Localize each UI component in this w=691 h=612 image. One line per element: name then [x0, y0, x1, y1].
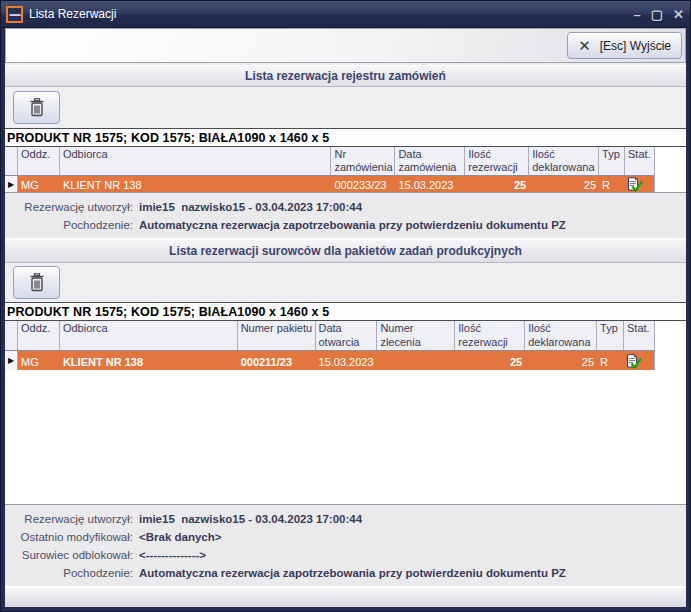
document-check-icon — [627, 177, 643, 192]
col-selector — [5, 147, 18, 175]
col-numer-zlecenia[interactable]: Numer zlecenia — [377, 321, 455, 350]
table-row[interactable]: ▶ MG KLIENT NR 138 000233/23 15.03.2023 … — [5, 176, 655, 192]
col-ilosc-rezerwacji[interactable]: Ilość rezerwacji — [465, 147, 529, 175]
window-content: ✕ [Esc] Wyjście Lista rezerwacja rejestr… — [5, 28, 686, 607]
title-bar: ▬▬ Lista Rezerwacji – ▢ ✕ — [1, 1, 690, 28]
col-ilosc-deklarowana[interactable]: Ilość deklarowana — [529, 147, 599, 175]
created-by-label: Rezerwację utworzył: — [5, 198, 133, 216]
col-odbiorca[interactable]: Odbiorca — [60, 321, 238, 350]
col-ilosc-rezerwacji[interactable]: Ilość rezerwacji — [455, 321, 525, 350]
section1-toolbar — [5, 87, 686, 128]
col-oddz[interactable]: Oddz. — [18, 147, 60, 175]
row-selector-arrow-icon: ▶ — [8, 180, 14, 189]
origin-label: Pochodzenie: — [5, 216, 133, 234]
cell-oddz: MG — [18, 351, 60, 370]
section1-product-header: PRODUKT NR 1575; KOD 1575; BIAŁA1090 x 1… — [5, 128, 686, 147]
col-data-zamowienia[interactable]: Data zamówienia — [395, 147, 465, 175]
cell-odbiorca: KLIENT NR 138 — [60, 351, 238, 370]
modified-by-value: <Brak danych> — [139, 528, 221, 546]
row-selector: ▶ — [5, 351, 18, 370]
row-selector-arrow-icon: ▶ — [8, 356, 14, 365]
col-selector — [5, 321, 18, 350]
section1-header: Lista rezerwacja rejestru zamówień — [5, 65, 686, 87]
section2-grid: Oddz. Odbiorca Numer pakietu Data otwarc… — [5, 321, 686, 504]
col-data-otwarcia[interactable]: Data otwarcia — [316, 321, 378, 350]
cell-typ: R — [599, 176, 625, 192]
section1-grid-header: Oddz. Odbiorca Nr zamówienia Data zamówi… — [5, 147, 655, 176]
grid-empty-area — [5, 370, 686, 504]
col-stat[interactable]: Stat. — [625, 147, 654, 175]
section2-delete-button[interactable] — [13, 266, 60, 299]
col-oddz[interactable]: Oddz. — [18, 321, 60, 350]
created-by-label: Rezerwację utworzył: — [5, 510, 133, 528]
section2-header: Lista rezerwacji surowców dla pakietów z… — [5, 239, 686, 263]
trash-icon — [29, 98, 45, 117]
col-numer-pakietu[interactable]: Numer pakietu — [238, 321, 316, 350]
cell-oddz: MG — [18, 176, 60, 192]
row-selector: ▶ — [5, 176, 18, 192]
cell-numer-pakietu: 000211/23 — [238, 351, 316, 370]
col-stat[interactable]: Stat. — [624, 321, 654, 350]
col-typ[interactable]: Typ — [597, 321, 624, 350]
window: ▬▬ Lista Rezerwacji – ▢ ✕ ✕ [Esc] Wyjści… — [0, 0, 691, 612]
section2-toolbar — [5, 263, 686, 302]
minimize-button[interactable]: – — [634, 8, 641, 21]
maximize-button[interactable]: ▢ — [651, 8, 663, 21]
cell-stat — [624, 351, 654, 370]
section2-product-header: PRODUKT NR 1575; KOD 1575; BIAŁA1090 x 1… — [5, 302, 686, 321]
close-icon: ✕ — [578, 37, 591, 55]
cell-stat — [625, 176, 654, 192]
origin-value: Automatyczna rezerwacja zapotrzebowania … — [139, 216, 566, 234]
cell-ilosc-deklarowana: 25 — [525, 351, 597, 370]
unlocked-by-value: <--------------> — [139, 546, 206, 564]
cell-ilosc-rezerwacji: 25 — [455, 351, 525, 370]
cell-odbiorca: KLIENT NR 138 — [60, 176, 332, 192]
exit-button-label: [Esc] Wyjście — [600, 39, 671, 53]
created-by-value: imie15 nazwisko15 - 03.04.2023 17:00:44 — [139, 510, 362, 528]
close-button[interactable]: ✕ — [673, 8, 684, 21]
toolbar: ✕ [Esc] Wyjście — [5, 28, 686, 63]
table-row[interactable]: ▶ MG KLIENT NR 138 000211/23 15.03.2023 … — [5, 351, 655, 370]
unlocked-by-label: Surowiec odblokował: — [5, 546, 133, 564]
origin-label: Pochodzenie: — [5, 564, 133, 582]
origin-value: Automatyczna rezerwacja zapotrzebowania … — [139, 564, 566, 582]
cell-nr-zamowienia: 000233/23 — [331, 176, 395, 192]
section1-delete-button[interactable] — [13, 91, 60, 124]
bottom-strip — [5, 587, 686, 607]
created-by-value: imie15 nazwisko15 - 03.04.2023 17:00:44 — [139, 198, 362, 216]
col-ilosc-deklarowana[interactable]: Ilość deklarowana — [525, 321, 597, 350]
cell-data-otwarcia: 15.03.2023 — [316, 351, 378, 370]
document-check-icon — [626, 354, 642, 369]
window-controls: – ▢ ✕ — [634, 8, 684, 21]
cell-typ: R — [597, 351, 624, 370]
app-icon: ▬▬ — [6, 6, 23, 23]
trash-icon — [29, 273, 45, 292]
col-nr-zamowienia[interactable]: Nr zamówienia — [331, 147, 395, 175]
col-odbiorca[interactable]: Odbiorca — [60, 147, 332, 175]
cell-numer-zlecenia — [377, 351, 455, 370]
cell-ilosc-rezerwacji: 25 — [465, 176, 529, 192]
cell-ilosc-deklarowana: 25 — [529, 176, 599, 192]
exit-button[interactable]: ✕ [Esc] Wyjście — [567, 32, 682, 59]
cell-data-zamowienia: 15.03.2023 — [395, 176, 465, 192]
section2-info-panel: Rezerwację utworzył: imie15 nazwisko15 -… — [5, 504, 686, 587]
modified-by-label: Ostatnio modyfikował: — [5, 528, 133, 546]
section2-grid-header: Oddz. Odbiorca Numer pakietu Data otwarc… — [5, 321, 655, 351]
window-title: Lista Rezerwacji — [29, 7, 116, 21]
section1-grid: Oddz. Odbiorca Nr zamówienia Data zamówi… — [5, 147, 686, 192]
section1-info-panel: Rezerwację utworzył: imie15 nazwisko15 -… — [5, 192, 686, 239]
col-typ[interactable]: Typ — [599, 147, 625, 175]
